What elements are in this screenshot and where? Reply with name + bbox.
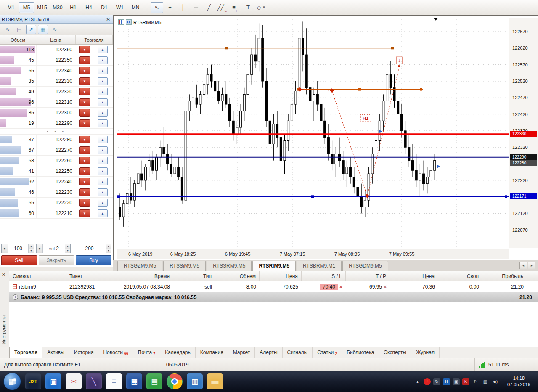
- price-value[interactable]: 122300: [36, 108, 76, 118]
- timeframe-button-m1[interactable]: M1: [3, 2, 19, 13]
- chart-tab[interactable]: RTSBRM9,M1: [297, 261, 342, 271]
- price-value[interactable]: 122280: [36, 135, 76, 145]
- buy-at-price-button[interactable]: ▲: [98, 167, 108, 175]
- lots-stepper[interactable]: ▼ 100 ▲▼: [1, 244, 34, 253]
- column-header[interactable]: Время: [112, 271, 173, 281]
- objects-tool-icon[interactable]: ◇▼: [255, 2, 268, 13]
- toolbox-tab-2[interactable]: История: [69, 347, 99, 358]
- buy-at-price-button[interactable]: ▲: [98, 119, 108, 127]
- column-header[interactable]: Прибыль: [482, 271, 527, 281]
- status-field[interactable]: 06052019: [162, 358, 246, 371]
- toolbox-tab-6[interactable]: Компания: [196, 347, 228, 358]
- volume-stepper[interactable]: ▼ vol2 ▲▼: [36, 244, 71, 253]
- chart-tab[interactable]: RTSSiM9,M5: [163, 261, 206, 271]
- timeframe-button-d1[interactable]: D1: [97, 2, 112, 13]
- column-header[interactable]: T / P: [346, 271, 390, 281]
- price-value[interactable]: 122250: [36, 166, 76, 176]
- chart-tab[interactable]: RTSSRM9,M5: [207, 261, 252, 271]
- vertical-line-tool-icon[interactable]: │: [177, 2, 189, 13]
- price-value[interactable]: 122230: [36, 187, 76, 197]
- toolbox-tab-0[interactable]: Торговля: [9, 347, 42, 358]
- column-header[interactable]: Цена: [260, 271, 302, 281]
- column-header[interactable]: Своп: [438, 271, 482, 281]
- buy-at-price-button[interactable]: ▲: [98, 209, 108, 217]
- dom-close-icon[interactable]: ✕: [105, 16, 111, 22]
- remove-sl-button[interactable]: ×: [339, 284, 342, 290]
- remove-tp-button[interactable]: ×: [384, 284, 387, 290]
- sell-at-price-button[interactable]: ▼: [79, 109, 90, 117]
- buy-at-price-button[interactable]: ▲: [98, 146, 108, 154]
- chart-plot[interactable]: ↓H1 RTSRIM9,M5: [117, 18, 509, 248]
- price-value[interactable]: 122320: [36, 87, 76, 97]
- toolbox-tab-9[interactable]: Сигналы: [283, 347, 313, 358]
- grid-mode-icon[interactable]: ▦: [38, 25, 48, 34]
- toolbox-tab-13[interactable]: Журнал: [411, 347, 440, 358]
- expand-icon[interactable]: +: [13, 294, 18, 300]
- sell-at-price-button[interactable]: ▼: [79, 136, 90, 143]
- display-icon[interactable]: ▣: [453, 378, 460, 385]
- buy-at-price-button[interactable]: ▲: [98, 199, 108, 207]
- stepper-arrows[interactable]: ▲▼: [65, 244, 70, 253]
- control-panel-app-icon[interactable]: ▥: [187, 373, 203, 389]
- depth-icon[interactable]: ▤: [14, 25, 24, 34]
- buy-at-price-button[interactable]: ▲: [98, 109, 108, 117]
- chart-tab[interactable]: RTSGDM9,M5: [342, 261, 388, 271]
- chevron-down-icon[interactable]: ▼: [2, 244, 8, 253]
- sell-at-price-button[interactable]: ▼: [79, 178, 90, 185]
- toolbox-tab-4[interactable]: Почта7: [133, 347, 160, 358]
- column-header[interactable]: Цена: [390, 271, 438, 281]
- chart-mode-icon[interactable]: ↗: [26, 25, 36, 34]
- price-value[interactable]: 122350: [36, 55, 76, 65]
- keyboard-app-icon[interactable]: ▦: [126, 373, 142, 389]
- sell-at-price-button[interactable]: ▼: [79, 56, 90, 64]
- price-value[interactable]: 122220: [36, 198, 76, 208]
- cursor-tool-icon[interactable]: ↖: [151, 2, 163, 13]
- bluetooth-icon[interactable]: B: [443, 378, 450, 385]
- network-icon[interactable]: ▥: [482, 378, 489, 385]
- timeframe-button-m5[interactable]: M5: [19, 2, 34, 13]
- flag-icon[interactable]: ⚐: [472, 378, 479, 385]
- buy-at-price-button[interactable]: ▲: [98, 188, 108, 196]
- buy-at-price-button[interactable]: ▲: [98, 157, 108, 164]
- price-scale[interactable]: 1226701226201225701225201224701224201223…: [509, 18, 538, 248]
- sell-at-price-button[interactable]: ▼: [79, 157, 90, 164]
- price-value[interactable]: 122360: [36, 45, 76, 55]
- column-header[interactable]: Символ: [9, 271, 66, 281]
- crosshair-tool-icon[interactable]: +: [164, 2, 176, 13]
- equidistant-channel-tool-icon[interactable]: ╱╱E: [216, 2, 228, 13]
- screens-app-icon[interactable]: ▣: [45, 373, 61, 389]
- buy-at-price-button[interactable]: ▲: [98, 178, 108, 185]
- start-button[interactable]: [3, 373, 21, 390]
- antivirus-icon[interactable]: K: [462, 378, 469, 385]
- trade-row[interactable]: rtsbrm92123929812019.05.07 08:34:08sell8…: [9, 281, 538, 292]
- column-header[interactable]: S / L: [302, 271, 346, 281]
- buy-at-price-button[interactable]: ▲: [98, 77, 108, 85]
- sell-at-price-button[interactable]: ▼: [79, 77, 90, 85]
- chrome-app-icon[interactable]: [167, 373, 183, 389]
- sync-icon[interactable]: ↻: [433, 378, 440, 385]
- volume-icon[interactable]: ◄): [491, 378, 498, 385]
- text-tool-icon[interactable]: T: [242, 2, 254, 13]
- toolbox-tab-7[interactable]: Маркет: [228, 347, 255, 358]
- price-value[interactable]: 122330: [36, 76, 76, 86]
- sell-at-price-button[interactable]: ▼: [79, 199, 90, 207]
- toolbox-tab-8[interactable]: Алерты: [255, 347, 282, 358]
- tick-chart-icon[interactable]: ∿: [3, 25, 13, 34]
- sell-at-price-button[interactable]: ▼: [79, 98, 90, 106]
- horizontal-line-tool-icon[interactable]: ─: [190, 2, 202, 13]
- toolbox-tab-1[interactable]: Активы: [42, 347, 69, 358]
- j2t-app-icon[interactable]: J2T: [25, 373, 41, 389]
- sell-at-price-button[interactable]: ▼: [79, 167, 90, 175]
- price-value[interactable]: 122290: [36, 118, 76, 128]
- price-value[interactable]: 122210: [36, 208, 76, 218]
- toolbox-tab-3[interactable]: Новости99: [98, 347, 133, 358]
- chart-canvas[interactable]: ↓H1: [117, 18, 509, 248]
- timeframe-button-h4[interactable]: H4: [81, 2, 96, 13]
- toolbox-tab-5[interactable]: Календарь: [160, 347, 196, 358]
- fibonacci-tool-icon[interactable]: ≡F: [229, 2, 241, 13]
- toolbox-tab-10[interactable]: Статьи2: [313, 347, 342, 358]
- chevron-down-icon[interactable]: ▼: [37, 244, 43, 253]
- column-header[interactable]: Объем: [215, 271, 260, 281]
- column-header[interactable]: Тикет: [66, 271, 112, 281]
- chart-tab[interactable]: RTSRIM9,M5: [252, 261, 296, 271]
